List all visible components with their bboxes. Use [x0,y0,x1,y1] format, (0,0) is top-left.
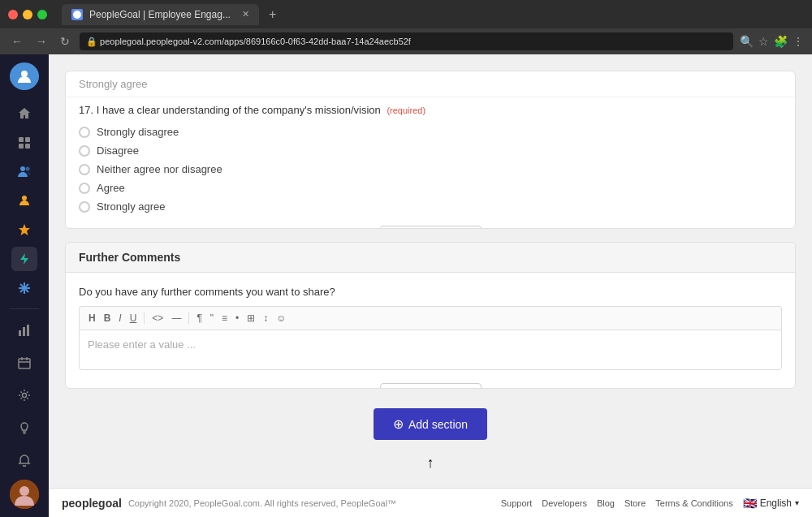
tab-title: PeopleGoal | Employee Engag... [89,9,231,20]
add-element-button-fc[interactable]: ⊕ Add element [380,383,482,389]
maximize-button[interactable] [37,10,47,19]
radio-option: Agree [79,182,782,194]
radio-input[interactable] [79,201,90,213]
svg-point-8 [22,196,27,200]
rte-dash-button[interactable]: — [169,311,184,325]
footer-link-developers[interactable]: Developers [542,498,587,508]
rte-i-button[interactable]: I [116,311,123,325]
radio-input[interactable] [79,183,90,194]
footer-logo: peoplegoal [62,497,122,510]
footer-right: Support Developers Blog Store Terms & Co… [501,497,799,510]
radio-input[interactable] [79,145,90,157]
language-selector[interactable]: 🇬🇧 English ▾ [743,497,799,510]
rte-divider [188,312,189,324]
rte-paragraph-button[interactable]: ¶ [194,311,204,325]
menu-icon[interactable]: ⋮ [793,35,804,48]
svg-point-1 [21,71,28,77]
rte-bullet-button[interactable]: • [233,311,241,325]
svg-marker-9 [19,224,30,235]
plus-circle-icon: ⊕ [393,416,404,432]
sidebar-item-bell[interactable] [11,447,37,473]
sidebar-item-settings[interactable] [11,382,37,408]
add-section-button[interactable]: ⊕ Add section [374,408,487,440]
rte-table-button[interactable]: ⊞ [244,311,257,325]
rte-divider [144,312,145,324]
radio-label: Disagree [97,144,139,157]
radio-option: Neither agree nor disagree [79,163,782,175]
user-avatar[interactable] [10,480,39,509]
rte-u-button[interactable]: U [127,311,140,325]
rte-placeholder: Please enter a value ... [88,338,196,351]
radio-option: Strongly disagree [79,126,782,138]
add-element-button-q17[interactable]: ⊕ Add element [380,226,482,229]
rte-image-button[interactable]: ↕ [261,311,270,325]
cursor-indicator: ↑ [427,455,434,472]
url-text: peoplegoal.peoplegoal-v2.com/apps/869166… [100,37,411,46]
extensions-icon[interactable]: 🧩 [774,35,788,48]
rte-emoji-button[interactable]: ☺ [274,311,288,325]
sidebar-item-bulb[interactable] [11,415,37,441]
radio-input[interactable] [79,164,90,175]
rte-textarea[interactable]: Please enter a value ... [79,330,782,370]
chevron-down-icon: ▾ [795,498,799,507]
sidebar-item-star[interactable] [11,218,37,242]
rte-toolbar: H B I U <> — ¶ " ≡ • ⊞ ↕ ☺ [79,306,782,330]
radio-label: Agree [97,182,125,194]
svg-rect-4 [19,144,24,149]
footer: peoplegoal Copyright 2020, PeopleGoal.co… [49,488,812,517]
bookmark-icon[interactable]: ☆ [758,35,769,48]
radio-option: Strongly agree [79,200,782,213]
rte-list-button[interactable]: ≡ [219,311,230,325]
radio-label: Strongly disagree [97,126,179,138]
reload-button[interactable]: ↻ [57,33,73,50]
sidebar [0,54,49,517]
svg-point-26 [19,486,29,496]
svg-rect-2 [19,137,24,142]
radio-input[interactable] [79,127,90,138]
sidebar-item-snowflake[interactable] [11,276,37,300]
browser-toolbar: 🔍 ☆ 🧩 ⋮ [740,35,804,48]
question-17-body: 17. I have a clear understanding of the … [66,97,795,229]
svg-rect-17 [27,325,29,336]
sidebar-item-lightning[interactable] [11,247,37,271]
tab-close-button[interactable]: ✕ [242,9,249,19]
top-strongly-agree: Strongly agree [66,71,795,97]
rte-code-button[interactable]: <> [149,311,166,325]
avatar[interactable] [10,62,39,90]
close-button[interactable] [8,10,18,19]
footer-link-store[interactable]: Store [624,498,646,508]
svg-rect-16 [23,327,25,336]
sidebar-item-person[interactable] [11,188,37,213]
footer-link-terms[interactable]: Terms & Conditions [655,498,732,508]
forward-button[interactable]: → [32,33,50,50]
back-button[interactable]: ← [8,33,26,50]
sidebar-item-home[interactable] [11,101,37,126]
language-label: English [760,498,792,509]
svg-point-0 [73,11,81,19]
search-icon[interactable]: 🔍 [740,35,754,48]
browser-tab[interactable]: PeopleGoal | Employee Engag... ✕ [62,4,259,25]
rte-quote-button[interactable]: " [208,311,216,325]
svg-marker-10 [20,253,28,265]
footer-link-blog[interactable]: Blog [597,498,615,508]
sidebar-item-grid[interactable] [11,131,37,155]
sidebar-item-calendar[interactable] [11,350,37,376]
rte-b-button[interactable]: B [102,311,114,325]
minimize-button[interactable] [23,10,32,19]
svg-rect-3 [25,137,30,142]
lock-icon: 🔒 [86,37,97,47]
svg-rect-5 [25,144,30,149]
url-bar[interactable]: 🔒 peoplegoal.peoplegoal-v2.com/apps/8691… [80,32,733,50]
sidebar-item-chart[interactable] [11,317,37,343]
sidebar-item-people[interactable] [11,160,37,184]
footer-left: peoplegoal Copyright 2020, PeopleGoal.co… [62,497,396,510]
app-layout: Strongly agree 17. I have a clear unders… [0,54,812,517]
svg-point-22 [23,394,27,398]
footer-link-support[interactable]: Support [501,498,533,508]
question-17-card: Strongly agree 17. I have a clear unders… [65,71,796,229]
svg-point-7 [26,167,30,171]
rte-h-button[interactable]: H [86,311,98,325]
further-comments-body: Do you have any further comments you wan… [66,273,795,389]
browser-chrome: PeopleGoal | Employee Engag... ✕ + [0,0,812,28]
new-tab-button[interactable]: + [269,7,276,22]
